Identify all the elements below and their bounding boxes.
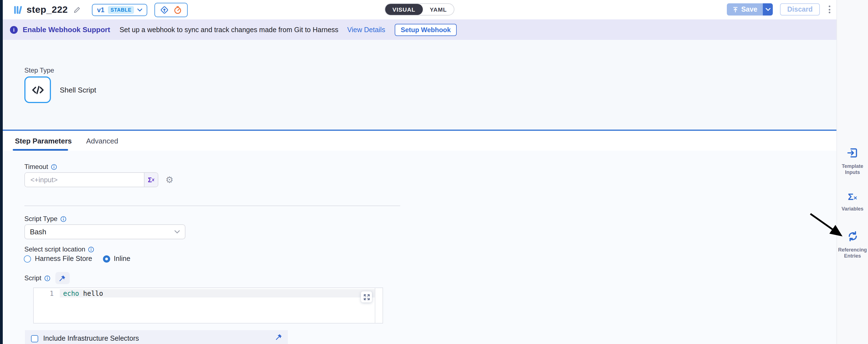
template-library-icon [13,5,23,15]
expression-toggle[interactable]: Σx [144,173,158,187]
include-infra-row: Include Infrastructure Selectors [25,330,288,344]
script-type-label: Script Type [24,215,58,223]
variables-icon: Σ× [848,192,857,204]
timeout-field-wrap: Σx [24,172,158,187]
save-button[interactable]: Save [727,3,763,16]
save-split-button: Save [727,3,773,16]
template-inputs-icon [846,147,859,159]
script-label: Script [24,274,41,282]
radio-circle-off [24,255,31,262]
view-details-link[interactable]: View Details [347,26,385,33]
right-toolbar-rail: Template Inputs Σ× Variables Referencing… [836,0,868,344]
code-line: echo hello [63,290,103,297]
shell-script-step-card[interactable] [24,77,51,103]
step-type-label: Step Type [24,66,54,74]
stable-badge: STABLE [108,6,134,13]
page-header: step_222 v1 STABLE [3,0,836,19]
template-inputs-label: Template Inputs [837,164,868,176]
script-type-info-icon[interactable] [60,216,66,222]
setup-webhook-button[interactable]: Setup Webhook [395,24,457,36]
save-label: Save [741,5,757,13]
form-divider [24,205,400,206]
gear-icon[interactable]: ⚙ [165,175,174,184]
discard-button[interactable]: Discard [780,3,820,16]
page-title: step_222 [27,4,68,15]
sigma-sup: x [152,177,154,182]
visual-yaml-toggle: VISUAL YAML [385,3,455,16]
referencing-entries-label: Referencing Entries [837,247,868,260]
inline-label: Inline [114,255,130,263]
edit-title-icon[interactable] [73,6,81,13]
timeout-input[interactable] [25,173,144,187]
version-label: v1 [97,6,104,13]
script-location-label: Select script location [24,246,85,253]
step-type-value: Shell Script [60,86,96,94]
tab-step-parameters[interactable]: Step Parameters [15,137,72,145]
variables-label: Variables [837,206,868,212]
template-studio-page: step_222 v1 STABLE [0,0,868,344]
script-info-icon[interactable] [44,275,50,281]
script-type-select[interactable]: Bash [24,224,185,239]
active-line-highlight [60,289,375,297]
template-status-icons[interactable] [155,2,188,17]
referencing-entries-button[interactable]: Referencing Entries [837,230,868,260]
radio-inline[interactable]: Inline [103,255,130,263]
step-parameters-panel: Timeout Σx ⚙ [3,151,836,344]
pin-script-button[interactable] [55,272,69,284]
banner-title: Enable Webhook Support [23,26,110,34]
file-store-label: Harness File Store [35,255,92,263]
variables-button[interactable]: Σ× Variables [837,192,868,212]
timeout-info-icon[interactable] [51,164,57,170]
timeout-label: Timeout [24,163,48,171]
template-inputs-button[interactable]: Template Inputs [837,147,868,176]
info-icon: i [10,26,18,33]
banner-message: Set up a webhook to sync and track chang… [120,26,339,33]
script-location-info-icon[interactable] [88,246,94,252]
git-diamond-icon [160,5,169,14]
pin-infra-button[interactable] [275,334,282,341]
line-number: 1 [34,290,54,297]
radio-circle-on [103,255,110,262]
more-options-menu[interactable] [827,4,832,15]
version-selector[interactable]: v1 STABLE [92,4,148,16]
radio-harness-file-store[interactable]: Harness File Store [24,255,92,263]
webhook-banner: i Enable Webhook Support Set up a webhoo… [3,19,836,40]
script-type-value: Bash [30,228,46,236]
include-infra-label: Include Infrastructure Selectors [43,335,139,342]
save-options-caret[interactable] [763,3,773,16]
expand-editor-button[interactable] [361,291,372,303]
sigma-glyph: Σ [148,176,152,183]
collapsed-left-nav[interactable] [0,0,3,344]
tab-bar: Step Parameters Advanced [3,131,836,151]
timer-icon [174,5,182,14]
code-icon [30,82,45,97]
upload-icon [733,6,739,12]
referencing-entries-icon [847,230,858,242]
step-type-section: Step Type Shell Script [3,40,836,130]
code-argument: hello [83,290,103,297]
chevron-down-icon [137,8,143,11]
tab-advanced[interactable]: Advanced [86,137,118,145]
toggle-yaml[interactable]: YAML [423,4,454,15]
toggle-visual[interactable]: VISUAL [385,4,423,15]
code-keyword: echo [63,290,79,297]
editor-scrollbar[interactable] [375,288,382,323]
script-code-editor[interactable]: 1 echo hello [33,287,383,323]
include-infra-checkbox[interactable] [31,335,38,342]
chevron-down-icon [175,230,180,234]
